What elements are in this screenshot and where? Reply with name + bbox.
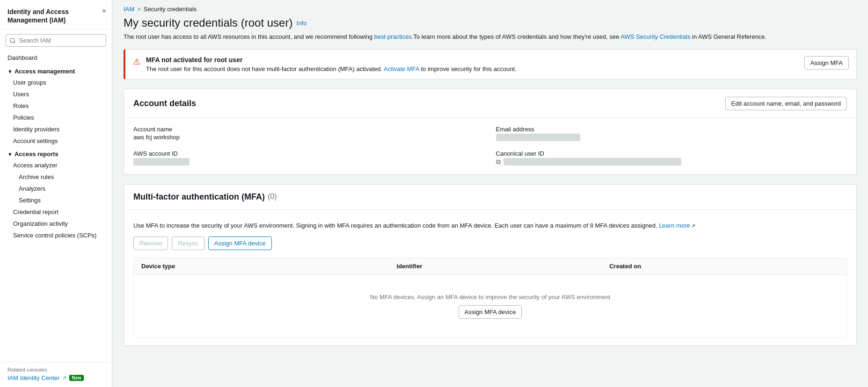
best-practices-link[interactable]: best practices <box>374 33 412 40</box>
sidebar-item-policies[interactable]: Policies <box>0 112 112 123</box>
account-name-value: aws fcj workshop <box>133 134 485 141</box>
breadcrumb-current: Security credentials <box>144 6 197 13</box>
account-name-field: Account name aws fcj workshop <box>133 126 485 143</box>
col-created-on: Created on <box>602 258 846 275</box>
copy-icon[interactable]: ⧉ <box>496 158 501 166</box>
related-consoles: Related consoles IAM Identity Center ↗ N… <box>0 362 112 387</box>
sidebar-item-analyzers[interactable]: Analyzers <box>0 183 112 194</box>
account-details-header: Account details Edit account name, email… <box>124 89 856 118</box>
sidebar-item-organization-activity[interactable]: Organization activity <box>0 218 112 229</box>
canonical-user-id-field: Canonical user ID ⧉ <box>496 150 847 167</box>
resync-button[interactable]: Resync <box>172 236 204 250</box>
sidebar-item-identity-providers[interactable]: Identity providers <box>0 123 112 135</box>
breadcrumb-separator: > <box>137 6 141 13</box>
sidebar-search-container <box>0 29 112 51</box>
email-address-field: Email address <box>496 126 847 143</box>
access-management-label: Access management <box>15 68 75 75</box>
aws-security-link[interactable]: AWS Security Credentials <box>620 33 690 40</box>
mfa-alert: ⚠ MFA not activated for root user The ro… <box>124 49 857 79</box>
external-link-icon: ↗ <box>62 375 66 381</box>
remove-button[interactable]: Remove <box>133 236 168 250</box>
sidebar-nav: Dashboard ▼ Access management User group… <box>0 51 112 362</box>
mfa-description: Use MFA to increase the security of your… <box>133 221 847 230</box>
page-title-text: My security credentials (root user) <box>124 16 292 29</box>
email-label: Email address <box>496 126 847 133</box>
sidebar-header: Identity and Access Management (IAM) × <box>0 0 112 29</box>
external-icon: ↗ <box>691 223 695 229</box>
aws-account-id-label: AWS account ID <box>133 150 485 157</box>
mfa-card: Multi-factor authentication (MFA) (0) Us… <box>124 184 857 346</box>
aws-account-id-field: AWS account ID <box>133 150 485 167</box>
alert-action: Assign MFA <box>804 56 849 70</box>
sidebar-item-user-groups[interactable]: User groups <box>0 77 112 88</box>
close-icon[interactable]: × <box>102 7 106 15</box>
sidebar-title: Identity and Access Management (IAM) <box>7 7 102 24</box>
alert-content: MFA not activated for root user The root… <box>146 56 799 72</box>
edit-account-button[interactable]: Edit account name, email, and password <box>725 97 847 110</box>
mfa-card-header: Multi-factor authentication (MFA) (0) <box>124 185 856 210</box>
sidebar-item-users[interactable]: Users <box>0 88 112 100</box>
details-grid: Account name aws fcj workshop Email addr… <box>133 126 847 167</box>
new-badge: New <box>69 375 84 381</box>
empty-message: No MFA devices. Assign an MFA device to … <box>370 294 610 301</box>
sidebar-item-dashboard[interactable]: Dashboard <box>0 51 112 64</box>
mfa-count: (0) <box>268 193 277 201</box>
page-description: The root user has access to all AWS reso… <box>124 32 857 42</box>
mfa-table-container: Device type Identifier Created on No MFA… <box>133 258 847 338</box>
empty-row: No MFA devices. Assign an MFA device to … <box>134 275 846 338</box>
sidebar-item-settings[interactable]: Settings <box>0 194 112 206</box>
sidebar-item-access-analyzer[interactable]: Access analyzer <box>0 159 112 171</box>
aws-account-id-value <box>133 158 190 165</box>
main-content: IAM > Security credentials My security c… <box>112 0 868 387</box>
sidebar: Identity and Access Management (IAM) × D… <box>0 0 112 387</box>
activate-mfa-link[interactable]: Activate MFA <box>384 65 419 72</box>
sidebar-item-credential-report[interactable]: Credential report <box>0 206 112 218</box>
page-title: My security credentials (root user) Info <box>124 16 857 29</box>
content-area: My security credentials (root user) Info… <box>112 16 868 366</box>
related-consoles-label: Related consoles <box>7 367 104 373</box>
mfa-table: Device type Identifier Created on No MFA… <box>134 258 846 337</box>
breadcrumb-iam[interactable]: IAM <box>124 6 134 13</box>
iam-identity-center-link[interactable]: IAM Identity Center ↗ New <box>7 374 104 381</box>
assign-mfa-button-alert[interactable]: Assign MFA <box>804 56 849 70</box>
assign-mfa-device-empty-button[interactable]: Assign MFA device <box>459 305 522 319</box>
email-value <box>496 134 580 141</box>
sidebar-item-service-control[interactable]: Service control policies (SCPs) <box>0 229 112 241</box>
sidebar-item-roles[interactable]: Roles <box>0 100 112 112</box>
alert-body: The root user for this account does not … <box>146 65 799 72</box>
search-input[interactable] <box>6 34 106 47</box>
info-link[interactable]: Info <box>296 20 306 27</box>
canonical-user-id-label: Canonical user ID <box>496 150 847 157</box>
breadcrumb: IAM > Security credentials <box>112 0 868 16</box>
sidebar-item-account-settings[interactable]: Account settings <box>0 135 112 147</box>
learn-more-link[interactable]: Learn more <box>659 222 690 229</box>
iam-identity-center-label: IAM Identity Center <box>7 374 59 381</box>
account-details-card: Account details Edit account name, email… <box>124 89 857 175</box>
access-reports-section[interactable]: ▼ Access reports <box>0 147 112 159</box>
access-management-section[interactable]: ▼ Access management <box>0 64 112 77</box>
mfa-card-title: Multi-factor authentication (MFA) <box>133 192 265 202</box>
account-details-body: Account name aws fcj workshop Email addr… <box>124 118 856 174</box>
col-device-type: Device type <box>134 258 389 275</box>
canonical-user-id-value <box>503 158 681 165</box>
alert-title: MFA not activated for root user <box>146 56 799 64</box>
mfa-title-row: Multi-factor authentication (MFA) (0) <box>133 192 277 202</box>
warning-icon: ⚠ <box>133 57 140 67</box>
assign-mfa-device-button[interactable]: Assign MFA device <box>208 236 272 250</box>
sidebar-item-archive-rules[interactable]: Archive rules <box>0 171 112 183</box>
chevron-down-icon-reports: ▼ <box>7 151 13 157</box>
account-name-label: Account name <box>133 126 485 133</box>
col-identifier: Identifier <box>389 258 602 275</box>
mfa-buttons: Remove Resync Assign MFA device <box>133 236 847 250</box>
chevron-down-icon: ▼ <box>7 69 13 74</box>
mfa-card-body: Use MFA to increase the security of your… <box>124 210 856 346</box>
account-details-title: Account details <box>133 99 196 108</box>
access-reports-label: Access reports <box>15 150 58 158</box>
canonical-user-id-row: ⧉ <box>496 158 847 166</box>
